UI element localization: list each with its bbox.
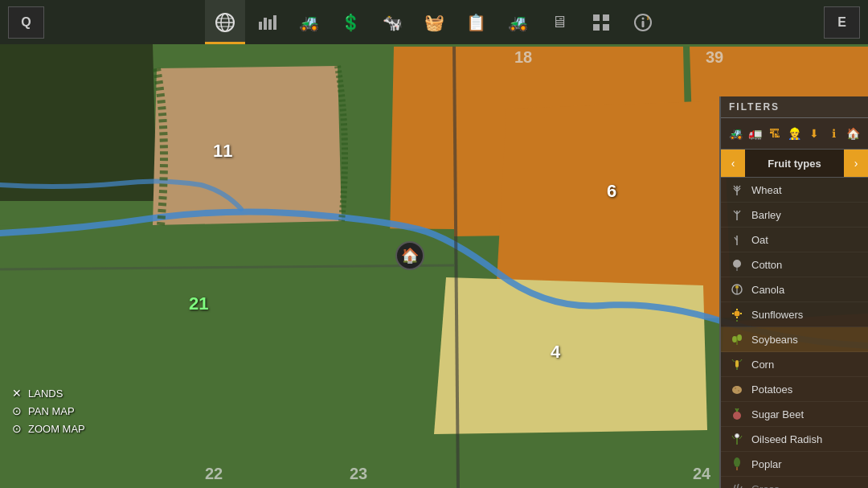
svg-rect-24 [268,19,272,30]
tab-monitor[interactable]: 🖥 [539,0,579,44]
filters-panel: FILTERS 🚜 🚛 🏗 👷 ⬇ ℹ 🏠 ‹ Fruit types › Wh… [719,96,868,488]
stats-icon [256,12,277,33]
crop-icon-wheat [729,182,745,198]
missions-icon: 📋 [466,13,486,32]
legend-lands: ✕ LANDS [12,387,85,400]
crop-item-oat[interactable]: Oat [721,228,868,252]
tab-money[interactable]: 💲 [330,0,371,44]
crop-name-barley: Barley [751,209,781,221]
tab-tractor[interactable]: 🚜 [289,0,329,44]
tractor-icon: 🚜 [299,13,319,32]
crop-item-oilseed-radish[interactable]: Oilseed Radish [721,427,868,452]
crop-item-barley[interactable]: Barley [721,203,868,228]
crop-item-cotton[interactable]: Cotton [721,252,868,277]
filter-tractor-btn[interactable]: 🚜 [727,123,743,144]
tab-stats[interactable] [247,0,287,44]
crop-name-wheat: Wheat [751,184,782,196]
tab-grid[interactable] [581,0,621,44]
tab-storage[interactable]: 🧺 [414,0,454,44]
crop-item-corn[interactable]: Corn [721,352,868,377]
crop-item-grass[interactable]: Grass [721,477,868,488]
crop-icon-poplar [729,456,745,472]
legend-pan-label: PAN MAP [28,405,75,417]
filter-harvester-icon: 🚛 [748,127,762,140]
crop-item-potatoes[interactable]: Potatoes [721,377,868,402]
svg-point-31 [642,17,645,19]
svg-marker-13 [434,277,707,434]
svg-rect-40 [735,360,739,367]
top-nav: Q 🚜 💲 [0,0,868,44]
crop-icon-oat [729,232,745,248]
filter-worker-btn[interactable]: 👷 [786,123,802,144]
legend: ✕ LANDS ⊙ PAN MAP ⊙ ZOOM MAP [12,387,85,440]
q-button[interactable]: Q [8,6,44,39]
filters-title: FILTERS [721,96,868,118]
filter-home-btn[interactable]: 🏠 [845,123,862,144]
tab-missions[interactable]: 📋 [456,0,496,44]
filter-icons-row: 🚜 🚛 🏗 👷 ⬇ ℹ 🏠 [721,118,868,150]
crop-name-potatoes: Potatoes [751,383,792,396]
filter-harvester-btn[interactable]: 🚛 [747,123,763,144]
svg-point-34 [733,260,741,268]
fruit-types-next[interactable]: › [844,150,868,177]
svg-rect-26 [593,14,600,21]
animals-icon: 🐄 [383,13,403,32]
fruit-types-prev[interactable]: ‹ [721,150,745,177]
svg-rect-28 [593,24,600,31]
crop-item-canola[interactable]: Canola [721,277,868,302]
tab-animals[interactable]: 🐄 [372,0,412,44]
legend-lands-icon: ✕ [12,387,22,400]
crop-name-sugar-beet: Sugar Beet [751,408,804,420]
crop-icon-cotton [729,256,745,273]
svg-point-37 [735,311,740,317]
info-icon: i [633,12,653,33]
tab-info[interactable]: i [623,0,663,44]
crop-name-corn: Corn [751,359,774,371]
crop-icon-potatoes [729,381,745,397]
tab-map[interactable] [205,0,245,44]
svg-rect-27 [603,14,609,21]
crop-icon-grass [729,481,745,488]
filter-truck-btn[interactable]: 🏗 [767,123,783,144]
grid-icon [592,13,611,32]
monitor-icon: 🖥 [551,13,567,31]
crop-icon-corn [729,356,745,372]
crop-name-grass: Grass [751,483,780,489]
filter-download-icon: ⬇ [809,127,819,140]
legend-pan-map: ⊙ PAN MAP [12,404,85,417]
svg-text:i: i [647,14,649,22]
legend-zoom-map: ⊙ ZOOM MAP [12,422,85,435]
storage-icon: 🧺 [424,13,444,32]
crop-name-sunflowers: Sunflowers [751,309,803,321]
hired-icon: 🚜 [508,13,528,32]
crop-item-sunflowers[interactable]: Sunflowers [721,302,868,327]
svg-point-44 [733,412,741,420]
legend-lands-label: LANDS [28,388,63,400]
crop-item-sugar-beet[interactable]: Sugar Beet [721,402,868,427]
filter-download-btn[interactable]: ⬇ [806,123,822,144]
crop-item-wheat[interactable]: Wheat [721,178,868,203]
svg-rect-29 [603,24,609,31]
crop-name-canola: Canola [751,284,784,296]
fruit-types-row: ‹ Fruit types › [721,150,868,178]
filter-truck-icon: 🏗 [769,127,780,140]
tab-hired[interactable]: 🚜 [497,0,538,44]
e-button[interactable]: E [824,6,860,39]
crop-icon-oilseed-radish [729,431,745,447]
crop-name-oat: Oat [751,234,768,246]
crop-icon-barley [729,207,745,223]
money-icon: 💲 [341,13,361,32]
legend-zoom-label: ZOOM MAP [28,423,85,435]
svg-marker-11 [0,225,458,488]
crop-item-poplar[interactable]: Poplar [721,452,868,477]
crop-item-soybeans[interactable]: Soybeans [721,327,868,352]
home-icon: 🏠 [401,247,419,265]
crop-name-poplar: Poplar [751,458,782,470]
filter-tractor-icon: 🚜 [729,127,743,140]
home-marker[interactable]: 🏠 [395,241,424,270]
crop-icon-soybeans [729,331,745,347]
legend-pan-icon: ⊙ [12,404,22,417]
filter-info-icon: ℹ [832,127,836,140]
filter-info-btn[interactable]: ℹ [825,123,841,144]
svg-point-43 [738,390,739,392]
